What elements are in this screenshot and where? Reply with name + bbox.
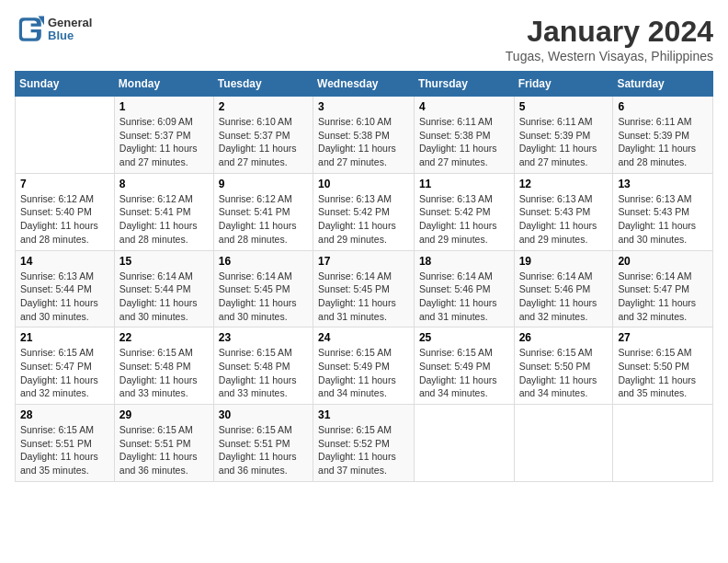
calendar-day-cell: 30Sunrise: 6:15 AMSunset: 5:51 PMDayligh… [213,405,313,482]
day-info: Sunrise: 6:14 AMSunset: 5:46 PMDaylight:… [519,270,609,324]
day-info: Sunrise: 6:14 AMSunset: 5:47 PMDaylight:… [618,270,708,324]
calendar-day-cell: 29Sunrise: 6:15 AMSunset: 5:51 PMDayligh… [114,405,213,482]
day-info: Sunrise: 6:12 AMSunset: 5:41 PMDaylight:… [119,192,209,247]
day-info: Sunrise: 6:09 AMSunset: 5:37 PMDaylight:… [119,115,209,169]
day-number: 31 [318,408,409,421]
day-info: Sunrise: 6:15 AMSunset: 5:48 PMDaylight:… [219,346,308,400]
weekday-header: Wednesday [313,72,415,97]
logo-general: General [48,17,92,29]
day-number: 14 [20,255,109,268]
weekday-header: Thursday [414,72,514,97]
day-info: Sunrise: 6:11 AMSunset: 5:38 PMDaylight:… [419,115,509,169]
calendar-day-cell [514,405,613,482]
day-info: Sunrise: 6:12 AMSunset: 5:41 PMDaylight:… [219,192,308,247]
day-number: 23 [219,331,308,344]
day-number: 30 [219,408,308,421]
day-number: 17 [318,255,409,268]
calendar-day-cell: 12Sunrise: 6:13 AMSunset: 5:43 PMDayligh… [514,173,613,250]
day-info: Sunrise: 6:11 AMSunset: 5:39 PMDaylight:… [519,115,609,169]
day-number: 8 [119,178,209,190]
logo-blue: Blue [48,29,92,42]
day-info: Sunrise: 6:13 AMSunset: 5:42 PMDaylight:… [419,192,509,247]
day-info: Sunrise: 6:15 AMSunset: 5:51 PMDaylight:… [20,423,109,477]
calendar-day-cell: 17Sunrise: 6:14 AMSunset: 5:45 PMDayligh… [313,250,415,327]
calendar-day-cell: 16Sunrise: 6:14 AMSunset: 5:45 PMDayligh… [213,250,313,327]
day-number: 12 [519,178,609,190]
day-number: 20 [618,255,708,268]
calendar-day-cell: 1Sunrise: 6:09 AMSunset: 5:37 PMDaylight… [114,97,213,174]
day-number: 1 [119,100,209,113]
calendar-week-row: 21Sunrise: 6:15 AMSunset: 5:47 PMDayligh… [16,327,713,405]
calendar-table: SundayMondayTuesdayWednesdayThursdayFrid… [15,71,713,482]
day-number: 16 [219,255,308,268]
day-number: 26 [519,331,609,344]
logo: General Blue [15,15,92,44]
calendar-day-cell: 14Sunrise: 6:13 AMSunset: 5:44 PMDayligh… [16,250,115,327]
calendar-day-cell: 5Sunrise: 6:11 AMSunset: 5:39 PMDaylight… [514,97,613,174]
calendar-day-cell: 19Sunrise: 6:14 AMSunset: 5:46 PMDayligh… [514,250,613,327]
weekday-header: Sunday [16,72,115,97]
calendar-day-cell: 7Sunrise: 6:12 AMSunset: 5:40 PMDaylight… [16,173,115,250]
day-number: 28 [20,408,109,421]
day-number: 3 [318,100,409,113]
logo-text: General Blue [48,17,92,43]
calendar-day-cell: 20Sunrise: 6:14 AMSunset: 5:47 PMDayligh… [613,250,713,327]
day-number: 18 [419,255,509,268]
title-block: January 2024 Tugas, Western Visayas, Phi… [506,15,713,63]
calendar-day-cell [16,97,115,174]
calendar-day-cell: 21Sunrise: 6:15 AMSunset: 5:47 PMDayligh… [16,327,115,405]
day-number: 24 [318,331,409,344]
calendar-day-cell: 23Sunrise: 6:15 AMSunset: 5:48 PMDayligh… [213,327,313,405]
calendar-day-cell: 6Sunrise: 6:11 AMSunset: 5:39 PMDaylight… [613,97,713,174]
day-info: Sunrise: 6:15 AMSunset: 5:50 PMDaylight:… [519,346,609,400]
day-info: Sunrise: 6:15 AMSunset: 5:51 PMDaylight:… [119,423,209,477]
day-info: Sunrise: 6:14 AMSunset: 5:46 PMDaylight:… [419,270,509,324]
calendar-week-row: 28Sunrise: 6:15 AMSunset: 5:51 PMDayligh… [16,405,713,482]
calendar-day-cell: 15Sunrise: 6:14 AMSunset: 5:44 PMDayligh… [114,250,213,327]
calendar-day-cell: 2Sunrise: 6:10 AMSunset: 5:37 PMDaylight… [213,97,313,174]
day-number: 13 [618,178,708,190]
day-number: 27 [618,331,708,344]
day-info: Sunrise: 6:14 AMSunset: 5:45 PMDaylight:… [318,270,409,324]
calendar-day-cell: 18Sunrise: 6:14 AMSunset: 5:46 PMDayligh… [414,250,514,327]
day-info: Sunrise: 6:10 AMSunset: 5:37 PMDaylight:… [219,115,308,169]
calendar-header: SundayMondayTuesdayWednesdayThursdayFrid… [16,72,713,97]
calendar-day-cell: 10Sunrise: 6:13 AMSunset: 5:42 PMDayligh… [313,173,415,250]
day-info: Sunrise: 6:15 AMSunset: 5:49 PMDaylight:… [419,346,509,400]
day-number: 7 [20,178,109,190]
calendar-week-row: 7Sunrise: 6:12 AMSunset: 5:40 PMDaylight… [16,173,713,250]
calendar-day-cell [613,405,713,482]
day-info: Sunrise: 6:15 AMSunset: 5:52 PMDaylight:… [318,423,409,477]
weekday-header: Monday [114,72,213,97]
logo-icon [15,15,44,44]
calendar-week-row: 1Sunrise: 6:09 AMSunset: 5:37 PMDaylight… [16,97,713,174]
weekday-header: Tuesday [213,72,313,97]
weekday-row: SundayMondayTuesdayWednesdayThursdayFrid… [16,72,713,97]
day-info: Sunrise: 6:14 AMSunset: 5:45 PMDaylight:… [219,270,308,324]
calendar-day-cell: 27Sunrise: 6:15 AMSunset: 5:50 PMDayligh… [613,327,713,405]
calendar-day-cell [414,405,514,482]
calendar-day-cell: 8Sunrise: 6:12 AMSunset: 5:41 PMDaylight… [114,173,213,250]
day-number: 2 [219,100,308,113]
day-info: Sunrise: 6:13 AMSunset: 5:43 PMDaylight:… [519,192,609,247]
day-number: 29 [119,408,209,421]
day-info: Sunrise: 6:12 AMSunset: 5:40 PMDaylight:… [20,192,109,247]
day-info: Sunrise: 6:15 AMSunset: 5:48 PMDaylight:… [119,346,209,400]
day-info: Sunrise: 6:13 AMSunset: 5:43 PMDaylight:… [618,192,708,247]
day-number: 4 [419,100,509,113]
weekday-header: Friday [514,72,613,97]
calendar-day-cell: 3Sunrise: 6:10 AMSunset: 5:38 PMDaylight… [313,97,415,174]
subtitle: Tugas, Western Visayas, Philippines [506,49,713,63]
main-title: January 2024 [506,15,713,49]
day-number: 6 [618,100,708,113]
calendar-day-cell: 13Sunrise: 6:13 AMSunset: 5:43 PMDayligh… [613,173,713,250]
weekday-header: Saturday [613,72,713,97]
day-info: Sunrise: 6:13 AMSunset: 5:42 PMDaylight:… [318,192,409,247]
day-info: Sunrise: 6:15 AMSunset: 5:51 PMDaylight:… [219,423,308,477]
calendar-day-cell: 9Sunrise: 6:12 AMSunset: 5:41 PMDaylight… [213,173,313,250]
day-number: 5 [519,100,609,113]
calendar-body: 1Sunrise: 6:09 AMSunset: 5:37 PMDaylight… [16,97,713,482]
calendar-day-cell: 26Sunrise: 6:15 AMSunset: 5:50 PMDayligh… [514,327,613,405]
calendar-day-cell: 11Sunrise: 6:13 AMSunset: 5:42 PMDayligh… [414,173,514,250]
calendar-day-cell: 24Sunrise: 6:15 AMSunset: 5:49 PMDayligh… [313,327,415,405]
